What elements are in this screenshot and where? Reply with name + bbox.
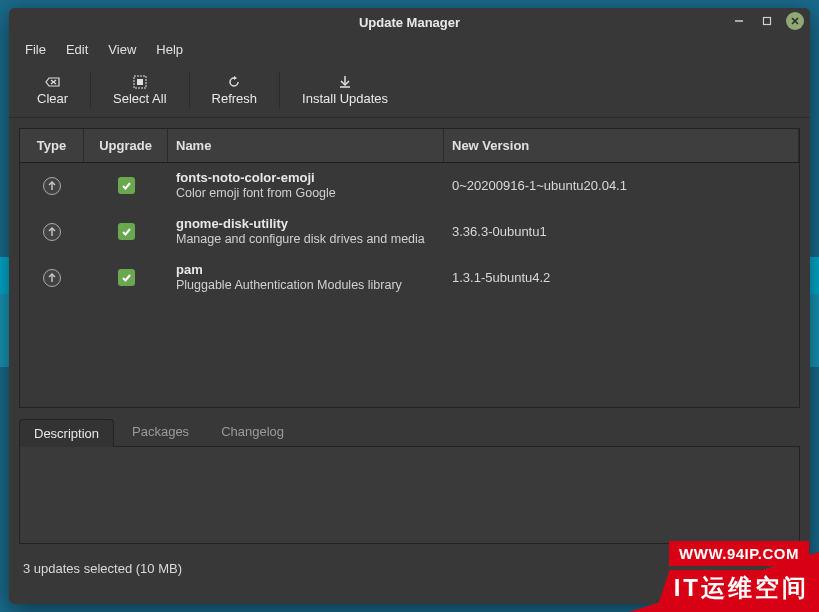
svg-rect-1 [764, 18, 771, 25]
refresh-icon [227, 73, 241, 91]
menu-view[interactable]: View [100, 39, 144, 60]
toolbar-separator [90, 72, 91, 108]
tab-changelog[interactable]: Changelog [207, 418, 298, 446]
col-version[interactable]: New Version [444, 129, 799, 162]
upgrade-checkbox[interactable] [118, 269, 135, 286]
menu-edit[interactable]: Edit [58, 39, 96, 60]
select-all-label: Select All [113, 91, 166, 106]
version-cell: 1.3.1-5ubuntu4.2 [444, 270, 799, 285]
maximize-button[interactable] [758, 12, 776, 30]
table-row[interactable]: pam Pluggable Authentication Modules lib… [20, 255, 799, 301]
package-description: Manage and configure disk drives and med… [176, 232, 425, 248]
details-panel [19, 446, 800, 544]
package-description: Pluggable Authentication Modules library [176, 278, 402, 294]
refresh-label: Refresh [212, 91, 258, 106]
upgrade-checkbox[interactable] [118, 223, 135, 240]
upgrade-checkbox[interactable] [118, 177, 135, 194]
col-type[interactable]: Type [20, 129, 84, 162]
type-cell [20, 269, 84, 287]
table-header: Type Upgrade Name New Version [20, 129, 799, 163]
col-name[interactable]: Name [168, 129, 444, 162]
name-cell: pam Pluggable Authentication Modules lib… [168, 259, 444, 297]
upgrade-cell[interactable] [84, 177, 168, 194]
status-text: 3 updates selected (10 MB) [23, 561, 182, 576]
tab-description[interactable]: Description [19, 419, 114, 447]
package-name: pam [176, 262, 203, 278]
col-upgrade[interactable]: Upgrade [84, 129, 168, 162]
type-cell [20, 177, 84, 195]
version-cell: 0~20200916-1~ubuntu20.04.1 [444, 178, 799, 193]
menu-help[interactable]: Help [148, 39, 191, 60]
window-controls [730, 12, 804, 30]
clear-button[interactable]: Clear [19, 66, 86, 114]
updates-table: Type Upgrade Name New Version fonts-not [19, 128, 800, 408]
name-cell: fonts-noto-color-emoji Color emoji font … [168, 167, 444, 205]
type-cell [20, 223, 84, 241]
select-all-icon [133, 73, 147, 91]
details-tabs: Description Packages Changelog [19, 418, 800, 446]
update-type-icon [43, 177, 61, 195]
select-all-button[interactable]: Select All [95, 66, 184, 114]
close-button[interactable] [786, 12, 804, 30]
details-pane: Description Packages Changelog [19, 418, 800, 544]
install-updates-button[interactable]: Install Updates [284, 66, 406, 114]
clear-icon [45, 73, 61, 91]
package-name: gnome-disk-utility [176, 216, 288, 232]
table-row[interactable]: gnome-disk-utility Manage and configure … [20, 209, 799, 255]
titlebar: Update Manager [9, 8, 810, 36]
update-manager-window: Update Manager File Edit View Help Clear [9, 8, 810, 604]
install-label: Install Updates [302, 91, 388, 106]
upgrade-cell[interactable] [84, 223, 168, 240]
minimize-button[interactable] [730, 12, 748, 30]
tab-packages[interactable]: Packages [118, 418, 203, 446]
toolbar: Clear Select All Refresh Install Updates [9, 62, 810, 118]
table-body[interactable]: fonts-noto-color-emoji Color emoji font … [20, 163, 799, 407]
toolbar-separator [189, 72, 190, 108]
table-row[interactable]: fonts-noto-color-emoji Color emoji font … [20, 163, 799, 209]
update-type-icon [43, 269, 61, 287]
menu-file[interactable]: File [17, 39, 54, 60]
window-title: Update Manager [359, 15, 460, 30]
clear-label: Clear [37, 91, 68, 106]
upgrade-cell[interactable] [84, 269, 168, 286]
svg-rect-7 [137, 79, 143, 85]
package-name: fonts-noto-color-emoji [176, 170, 315, 186]
package-description: Color emoji font from Google [176, 186, 336, 202]
update-type-icon [43, 223, 61, 241]
refresh-button[interactable]: Refresh [194, 66, 276, 114]
toolbar-separator [279, 72, 280, 108]
name-cell: gnome-disk-utility Manage and configure … [168, 213, 444, 251]
watermark-text: IT运维空间 [658, 570, 819, 606]
version-cell: 3.36.3-0ubuntu1 [444, 224, 799, 239]
watermark-url: WWW.94IP.COM [669, 541, 809, 566]
install-icon [338, 73, 352, 91]
menubar: File Edit View Help [9, 36, 810, 62]
